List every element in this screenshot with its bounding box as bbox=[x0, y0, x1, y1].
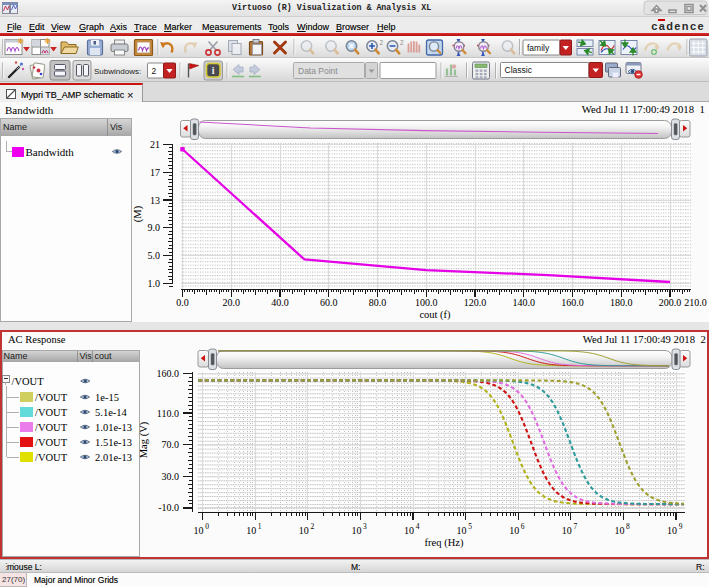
svg-text:cout (f): cout (f) bbox=[419, 309, 451, 321]
svg-text:/VOUT: /VOUT bbox=[35, 392, 68, 403]
svg-text:21: 21 bbox=[150, 139, 160, 150]
svg-text:20.0: 20.0 bbox=[223, 297, 241, 308]
svg-text:10: 10 bbox=[194, 525, 204, 536]
svg-text:i: i bbox=[212, 65, 215, 76]
svg-text:2: 2 bbox=[380, 39, 384, 46]
svg-text:13: 13 bbox=[150, 195, 160, 206]
svg-text:/VOUT: /VOUT bbox=[35, 422, 68, 433]
svg-text:Subwindows:: Subwindows: bbox=[94, 67, 141, 76]
svg-text:0.0: 0.0 bbox=[176, 297, 189, 308]
svg-text:80.0: 80.0 bbox=[369, 297, 387, 308]
svg-text:10: 10 bbox=[351, 525, 361, 536]
svg-text:200.0: 200.0 bbox=[659, 297, 682, 308]
svg-text:Name: Name bbox=[4, 351, 28, 361]
svg-text:9.0: 9.0 bbox=[148, 222, 161, 233]
svg-text:1.51e-13: 1.51e-13 bbox=[95, 437, 132, 448]
svg-text:/VOUT: /VOUT bbox=[35, 452, 68, 463]
svg-text:2: 2 bbox=[310, 522, 314, 531]
svg-text:1.0: 1.0 bbox=[148, 278, 161, 289]
svg-text:180.0: 180.0 bbox=[610, 297, 633, 308]
svg-text:7: 7 bbox=[573, 522, 577, 531]
svg-text:10: 10 bbox=[457, 525, 467, 536]
svg-text:2.01e-13: 2.01e-13 bbox=[95, 452, 132, 463]
svg-text:9: 9 bbox=[679, 522, 683, 531]
svg-text:Data Point: Data Point bbox=[298, 66, 338, 76]
svg-text:8: 8 bbox=[626, 522, 630, 531]
svg-text:10: 10 bbox=[562, 525, 572, 536]
svg-text:-10.0: -10.0 bbox=[158, 502, 179, 513]
svg-text:10: 10 bbox=[509, 525, 519, 536]
svg-text:40.0: 40.0 bbox=[271, 297, 289, 308]
svg-text:2: 2 bbox=[152, 66, 157, 76]
svg-text:Bandwidth: Bandwidth bbox=[5, 104, 54, 116]
svg-text:120.0: 120.0 bbox=[464, 297, 487, 308]
svg-text:60.0: 60.0 bbox=[320, 297, 338, 308]
svg-text:cout: cout bbox=[95, 351, 113, 361]
svg-text:140.0: 140.0 bbox=[513, 297, 536, 308]
svg-text:160.0: 160.0 bbox=[157, 368, 180, 379]
svg-text:1.01e-13: 1.01e-13 bbox=[95, 422, 132, 433]
svg-text:Classic: Classic bbox=[505, 65, 533, 75]
svg-text:/VOUT: /VOUT bbox=[12, 376, 45, 387]
svg-text:Mag (V): Mag (V) bbox=[138, 421, 150, 458]
svg-text:1: 1 bbox=[700, 103, 705, 115]
svg-text:17: 17 bbox=[150, 167, 160, 178]
svg-text:1e-15: 1e-15 bbox=[95, 392, 119, 403]
svg-text:/VOUT: /VOUT bbox=[35, 407, 68, 418]
svg-text:Vis: Vis bbox=[110, 122, 123, 132]
svg-text:Bandwidth: Bandwidth bbox=[26, 146, 75, 158]
svg-text:110.0: 110.0 bbox=[157, 408, 179, 419]
svg-text:2: 2 bbox=[701, 333, 706, 345]
svg-text:freq (Hz): freq (Hz) bbox=[425, 537, 464, 549]
svg-text:70.0: 70.0 bbox=[162, 439, 180, 450]
svg-text:family: family bbox=[527, 43, 550, 53]
svg-text:1: 1 bbox=[258, 522, 262, 531]
svg-text:10: 10 bbox=[299, 525, 309, 536]
svg-text:2: 2 bbox=[400, 39, 404, 46]
svg-text:3: 3 bbox=[363, 522, 367, 531]
svg-text:210.0: 210.0 bbox=[684, 297, 707, 308]
svg-text:10: 10 bbox=[404, 525, 414, 536]
svg-text:10: 10 bbox=[614, 525, 624, 536]
svg-text:Wed Jul 11 17:00:49 2018: Wed Jul 11 17:00:49 2018 bbox=[582, 103, 694, 115]
svg-text:30.0: 30.0 bbox=[162, 471, 180, 482]
svg-text:5: 5 bbox=[468, 522, 472, 531]
svg-text:100.0: 100.0 bbox=[415, 297, 438, 308]
svg-text:10: 10 bbox=[667, 525, 677, 536]
svg-text:Wed Jul 11 17:00:49 2018: Wed Jul 11 17:00:49 2018 bbox=[583, 333, 695, 345]
svg-text:6: 6 bbox=[521, 522, 525, 531]
svg-text:4: 4 bbox=[416, 522, 420, 531]
svg-text:(M): (M) bbox=[132, 205, 144, 222]
svg-text:160.0: 160.0 bbox=[561, 297, 584, 308]
svg-text:10: 10 bbox=[246, 525, 256, 536]
svg-text:Name: Name bbox=[3, 122, 27, 132]
svg-text:5.1e-14: 5.1e-14 bbox=[95, 407, 128, 418]
svg-text:5.0: 5.0 bbox=[148, 250, 161, 261]
svg-text:0: 0 bbox=[205, 522, 209, 531]
svg-text:Vis: Vis bbox=[80, 351, 93, 361]
svg-text:/VOUT: /VOUT bbox=[35, 437, 68, 448]
svg-text:AC Response: AC Response bbox=[8, 334, 66, 345]
